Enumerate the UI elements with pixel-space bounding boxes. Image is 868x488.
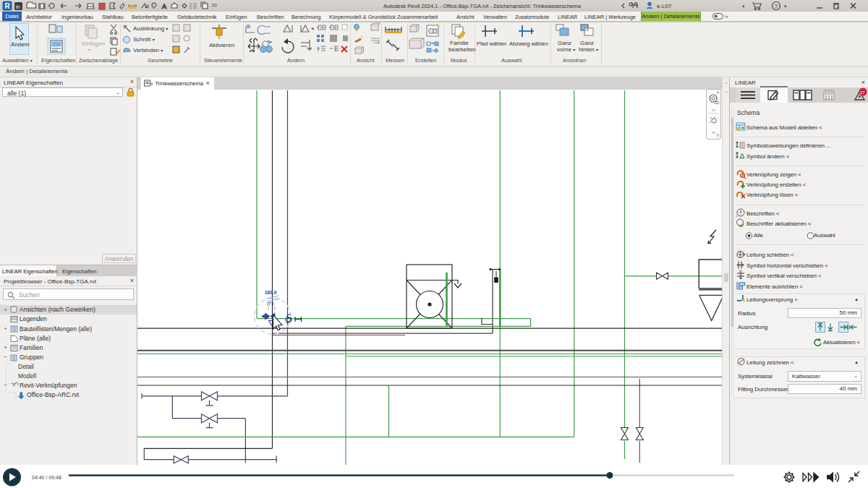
- svg-text:160.0: 160.0: [265, 290, 277, 295]
- svg-text:in: in: [16, 4, 20, 9]
- svg-text:R: R: [5, 2, 11, 10]
- svg-text:▾: ▾: [742, 4, 745, 9]
- svg-text:▾: ▾: [784, 4, 787, 9]
- svg-text:2D: 2D: [715, 100, 720, 105]
- svg-text:?: ?: [775, 3, 778, 9]
- svg-text:04:40 / 09:48: 04:40 / 09:48: [32, 475, 61, 480]
- svg-text:e-L07: e-L07: [657, 3, 672, 9]
- svg-text:A: A: [162, 3, 166, 10]
- svg-text:(7´): (7´): [267, 301, 273, 306]
